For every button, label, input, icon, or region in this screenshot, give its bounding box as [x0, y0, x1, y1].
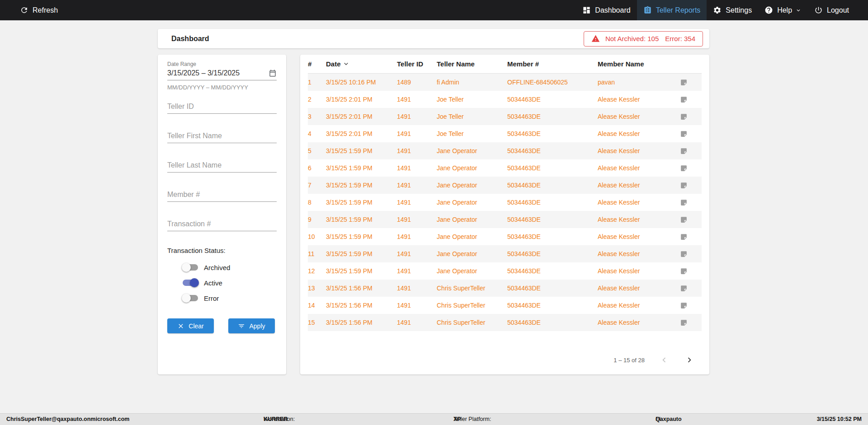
archived-toggle[interactable] [183, 264, 198, 271]
teller-id-input[interactable] [167, 102, 277, 114]
table-header-row: # Date Teller ID Teller Name Member # Me… [308, 55, 702, 74]
status-alert-badge: Not Archived: 105 Error: 354 [584, 31, 703, 47]
row-note-button[interactable] [665, 285, 702, 292]
cell-teller-name: Jane Operator [437, 267, 507, 275]
topbar: Refresh Dashboard Teller Reports Setting… [0, 0, 868, 20]
cell-member-num: 5034463DE [507, 182, 598, 189]
row-note-button[interactable] [665, 199, 702, 206]
row-note-button[interactable] [665, 233, 702, 241]
pagination-range: 1 – 15 of 28 [613, 357, 645, 364]
table-row[interactable]: 103/15/25 1:59 PM1491Jane Operator503446… [308, 228, 702, 245]
column-header-num[interactable]: # [308, 60, 326, 68]
cell-date: 3/15/25 2:01 PM [326, 96, 397, 103]
row-note-button[interactable] [665, 113, 702, 121]
calendar-icon[interactable] [269, 69, 277, 77]
apply-button-label: Apply [249, 322, 265, 330]
apply-button[interactable]: Apply [228, 318, 275, 333]
clear-button[interactable]: Clear [167, 318, 214, 333]
nav-help[interactable]: Help [758, 0, 808, 20]
cell-teller-name: Joe Teller [437, 113, 507, 120]
cell-member-name: Alease Kessler [598, 302, 665, 309]
date-range-field[interactable]: 3/15/2025 – 3/15/2025 [167, 67, 277, 80]
teller-last-name-input[interactable] [167, 160, 277, 173]
teller-first-name-input[interactable] [167, 131, 277, 143]
row-note-button[interactable] [665, 319, 702, 327]
table-row[interactable]: 13/15/25 10:16 PM1489fi AdminOFFLINE-684… [308, 74, 702, 91]
toggle-row-error[interactable]: Error [167, 290, 277, 306]
refresh-button[interactable]: Refresh [14, 0, 64, 20]
row-note-button[interactable] [665, 250, 702, 258]
nav-logout[interactable]: Logout [808, 0, 855, 20]
results-table-card: # Date Teller ID Teller Name Member # Me… [300, 55, 709, 374]
cell-num: 12 [308, 267, 326, 275]
note-icon [680, 199, 688, 206]
note-icon [680, 233, 688, 241]
table-row[interactable]: 33/15/25 2:01 PM1491Joe Teller5034463DEA… [308, 108, 702, 125]
cell-member-num: 5034463DE [507, 302, 598, 309]
cell-member-num: 5034463DE [507, 113, 598, 120]
cell-teller-name: Joe Teller [437, 130, 507, 137]
cell-teller-name: Jane Operator [437, 233, 507, 240]
row-note-button[interactable] [665, 267, 702, 275]
cell-date: 3/15/25 1:59 PM [326, 147, 397, 154]
table-row[interactable]: 43/15/25 2:01 PM1491Joe Teller5034463DEA… [308, 125, 702, 142]
row-note-button[interactable] [665, 182, 702, 189]
close-icon [177, 322, 184, 330]
cell-num: 11 [308, 250, 326, 257]
row-note-button[interactable] [665, 302, 702, 309]
note-icon [680, 130, 688, 138]
column-header-teller-id[interactable]: Teller ID [397, 60, 437, 68]
error-count: Error: 354 [665, 35, 695, 42]
help-icon [764, 6, 773, 14]
toggle-label-error: Error [204, 294, 219, 302]
table-row[interactable]: 23/15/25 2:01 PM1491Joe Teller5034463DEA… [308, 91, 702, 108]
cell-member-num: 5034463DE [507, 233, 598, 240]
table-row[interactable]: 113/15/25 1:59 PM1491Jane Operator503446… [308, 245, 702, 262]
row-note-button[interactable] [665, 216, 702, 224]
note-icon [680, 164, 688, 172]
transaction-number-input[interactable] [167, 219, 277, 231]
page-header: Dashboard Not Archived: 105 Error: 354 [158, 29, 709, 48]
nav-teller-reports[interactable]: Teller Reports [637, 0, 707, 20]
cell-teller-id: 1491 [397, 164, 437, 172]
cell-member-name: Alease Kessler [598, 164, 665, 172]
active-toggle[interactable] [183, 280, 198, 286]
cell-num: 4 [308, 130, 326, 137]
row-note-button[interactable] [665, 96, 702, 103]
cell-date: 3/15/25 1:56 PM [326, 302, 397, 309]
error-toggle[interactable] [183, 295, 198, 301]
row-note-button[interactable] [665, 79, 702, 86]
previous-page-button[interactable] [658, 354, 670, 366]
column-header-member-name[interactable]: Member Name [598, 60, 665, 68]
row-note-button[interactable] [665, 130, 702, 138]
table-row[interactable]: 93/15/25 1:59 PM1491Jane Operator5034463… [308, 211, 702, 228]
nav-settings[interactable]: Settings [707, 0, 758, 20]
nav-dashboard[interactable]: Dashboard [576, 0, 637, 20]
toggle-knob [182, 263, 191, 272]
row-note-button[interactable] [665, 164, 702, 172]
column-header-member-num[interactable]: Member # [507, 60, 598, 68]
cell-date: 3/15/25 1:59 PM [326, 216, 397, 223]
date-range-label: Date Range [167, 61, 277, 67]
transaction-status-label: Transaction Status: [167, 247, 277, 254]
column-header-teller-name[interactable]: Teller Name [437, 60, 507, 68]
column-header-date[interactable]: Date [326, 60, 397, 68]
cell-teller-id: 1491 [397, 285, 437, 292]
next-page-button[interactable] [684, 354, 695, 366]
note-icon [680, 319, 688, 327]
member-number-input[interactable] [167, 190, 277, 202]
row-note-button[interactable] [665, 147, 702, 155]
table-row[interactable]: 83/15/25 1:59 PM1491Jane Operator5034463… [308, 194, 702, 211]
table-row[interactable]: 63/15/25 1:59 PM1491Jane Operator5034463… [308, 159, 702, 177]
table-row[interactable]: 123/15/25 1:59 PM1491Jane Operator503446… [308, 262, 702, 280]
toggle-row-active[interactable]: Active [167, 275, 277, 290]
sort-chevron-icon [342, 60, 350, 68]
table-row[interactable]: 133/15/25 1:56 PM1491Chris SuperTeller50… [308, 280, 702, 297]
cell-member-num: 5034463DE [507, 216, 598, 223]
cell-teller-name: Joe Teller [437, 96, 507, 103]
table-row[interactable]: 143/15/25 1:56 PM1491Chris SuperTeller50… [308, 297, 702, 314]
table-row[interactable]: 153/15/25 1:56 PM1491Chris SuperTeller50… [308, 314, 702, 331]
toggle-row-archived[interactable]: Archived [167, 260, 277, 275]
table-row[interactable]: 73/15/25 1:59 PM1491Jane Operator5034463… [308, 177, 702, 194]
table-row[interactable]: 53/15/25 1:59 PM1491Jane Operator5034463… [308, 142, 702, 159]
